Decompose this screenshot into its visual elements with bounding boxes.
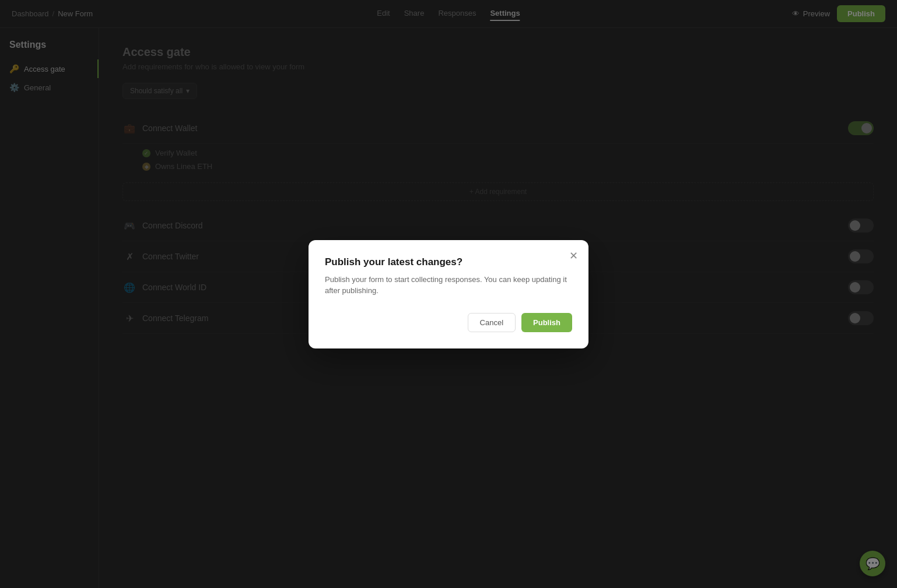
publish-modal: Publish your latest changes? Publish you…	[309, 240, 588, 348]
modal-cancel-button[interactable]: Cancel	[468, 313, 516, 332]
modal-publish-button[interactable]: Publish	[521, 313, 572, 332]
modal-title: Publish your latest changes?	[325, 256, 572, 268]
modal-actions: Cancel Publish	[325, 313, 572, 332]
modal-close-button[interactable]: ✕	[569, 251, 578, 261]
modal-overlay: Publish your latest changes? Publish you…	[0, 0, 897, 588]
modal-description: Publish your form to start collecting re…	[325, 274, 572, 297]
